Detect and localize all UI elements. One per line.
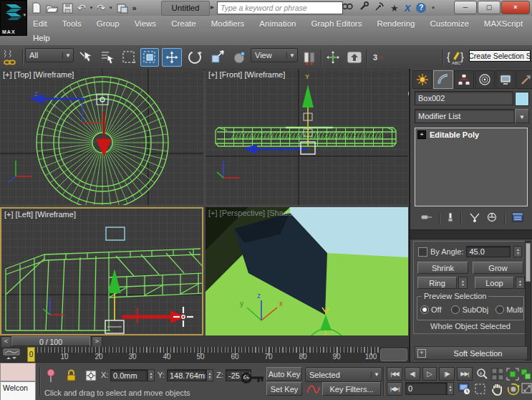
snaps-toggle-icon[interactable]: 3∩ [369,48,387,67]
tab-create[interactable] [412,70,432,89]
viewport-left[interactable]: [+] [Left] [Wireframe] [0,207,203,335]
tab-display[interactable] [495,70,516,89]
time-next-button[interactable]: > [92,336,102,348]
x-spinner[interactable]: ▲▼ [147,369,155,381]
y-coordinate-field[interactable]: 148.764mm [167,369,206,381]
menu-create[interactable]: Create [171,19,196,28]
viewport-front[interactable]: [+] [Front] [Wireframe] Y [205,69,408,205]
set-key-button[interactable]: Set Key [266,382,302,396]
time-slider-handle[interactable]: 0 / 100 [11,336,90,346]
tab-utilities[interactable] [516,70,532,89]
radio-subobj[interactable] [451,305,460,314]
go-to-end-button[interactable]: ▶▶| [457,367,473,381]
exchange-icon[interactable]: X [405,3,411,14]
menu-edit[interactable]: Edit [33,19,47,28]
time-configuration-icon[interactable] [458,383,471,399]
configure-modifier-sets-icon[interactable] [512,211,524,226]
window-crossing-toggle-icon[interactable] [140,48,159,67]
help-icon[interactable]: ? [416,3,426,13]
zoom-icon[interactable]: ± [476,368,489,384]
absolute-offset-toggle-icon[interactable] [84,369,97,385]
select-and-manipulate-icon[interactable] [324,48,342,67]
tab-modify[interactable] [433,70,453,89]
menu-help[interactable]: Help [33,34,50,42]
key-filters-button[interactable]: Key Filters... [322,382,381,396]
selection-filter-dropdown[interactable]: All ▼ [25,48,74,62]
modifier-list-dropdown[interactable]: Modifier List [415,109,515,123]
undo-icon[interactable]: ↶ [77,2,86,14]
track-bar[interactable]: 10 20 30 40 50 60 70 80 90 100 0 [0,347,409,363]
viewport-front-label[interactable]: [+] [Front] [Wireframe] [208,70,285,79]
radio-off[interactable] [420,305,429,314]
auto-key-button[interactable]: Auto Key [266,367,302,381]
maximize-viewport-icon[interactable] [521,383,532,397]
previous-frame-button[interactable]: ◀|| [405,367,420,381]
loop-button[interactable]: Loop [475,277,514,289]
reference-coordinate-dropdown[interactable]: View ▼ [251,48,298,62]
search-input[interactable] [217,1,343,14]
time-prev-button[interactable]: < [1,336,11,348]
rectangular-selection-region-icon[interactable] [120,48,138,67]
remove-modifier-icon[interactable] [487,211,498,226]
favorites-star-icon[interactable]: ★ [390,3,399,14]
pin-stack-icon[interactable] [420,211,432,226]
shrink-button[interactable]: Shrink [417,262,468,274]
rollout-expand-icon[interactable]: + [417,349,426,358]
menu-graph-editors[interactable]: Graph Editors [311,19,362,28]
tab-motion[interactable] [475,70,495,89]
grow-button[interactable]: Grow [473,262,523,274]
viewport-left-label[interactable]: [+] [Left] [Wireframe] [4,210,76,219]
viewport-top-label[interactable]: [+] [Top] [Wireframe] [3,70,74,79]
pan-hand-icon[interactable] [491,382,503,399]
object-name-field[interactable]: Box002 [415,91,513,105]
by-angle-field[interactable]: 45.0 [466,246,511,257]
minimize-button[interactable]: ─ [454,1,477,14]
x-coordinate-field[interactable]: 0.0mm [110,369,147,381]
select-by-name-icon[interactable] [98,48,117,67]
key-mode-toggle-button[interactable]: |◀▶| [387,382,402,396]
ring-spinner[interactable]: ▲▼ [458,277,468,289]
soft-selection-rollout[interactable]: + Soft Selection [415,346,528,360]
frame-spinner[interactable]: ▲▼ [447,382,454,395]
default-in-out-tangent-icon[interactable] [306,383,320,399]
menu-modifiers[interactable]: Modifiers [211,19,245,28]
ring-button[interactable]: Ring [417,277,457,289]
select-and-scale-icon[interactable] [208,48,228,67]
named-selection-set-input[interactable]: Create Selection S [469,50,531,62]
search-icon[interactable] [342,1,353,14]
menu-animation[interactable]: Animation [259,19,296,28]
zoom-all-icon[interactable] [491,368,504,384]
menu-rendering[interactable]: Rendering [377,19,415,28]
maxscript-mini-listener[interactable]: Welcon [0,381,36,400]
stack-item-editable-poly[interactable]: + Editable Poly [415,128,527,141]
go-to-start-button[interactable]: |◀◀ [387,367,402,381]
orbit-icon[interactable] [507,383,520,399]
modifier-list-arrow-button[interactable]: ▼ [515,109,529,123]
zoom-extents-icon[interactable] [506,368,519,384]
redo-flyout-icon[interactable]: ▾ [110,5,112,11]
restore-button[interactable]: ▢ [478,1,500,14]
communication-center-icon[interactable] [374,1,385,14]
radio-multi[interactable] [495,305,504,314]
save-file-icon[interactable] [62,3,73,14]
zoom-extents-all-icon[interactable] [521,368,532,384]
by-angle-spinner[interactable]: ▲▼ [513,246,522,257]
close-button[interactable]: × [501,1,530,14]
selection-region-icon[interactable] [474,383,487,399]
select-and-move-icon[interactable] [162,48,182,67]
menu-views[interactable]: Views [135,19,156,28]
undo-flyout-icon[interactable]: ▾ [90,5,93,11]
title-arrow-icon[interactable]: ▸ [211,3,214,11]
viewport-perspective[interactable]: y z x [+] [Perspective] [Shaded] [205,207,408,335]
wrench-icon[interactable] [359,1,369,14]
current-frame-field[interactable]: 0 [405,382,447,395]
qat-overflow-icon[interactable]: » [132,4,137,12]
timeline-frame-marker[interactable]: 0 [27,347,35,362]
mini-curve-editor-button[interactable] [3,348,21,363]
viewport-perspective-label[interactable]: [+] [Perspective] [Shaded] [208,209,299,217]
time-slider-track[interactable]: < 0 / 100 > [0,335,409,348]
loop-spinner[interactable]: ▲▼ [516,277,525,289]
tab-hierarchy[interactable] [454,70,474,89]
link-tools-icon[interactable] [1,48,21,67]
application-menu-button[interactable]: MAX ▾ [0,0,27,36]
